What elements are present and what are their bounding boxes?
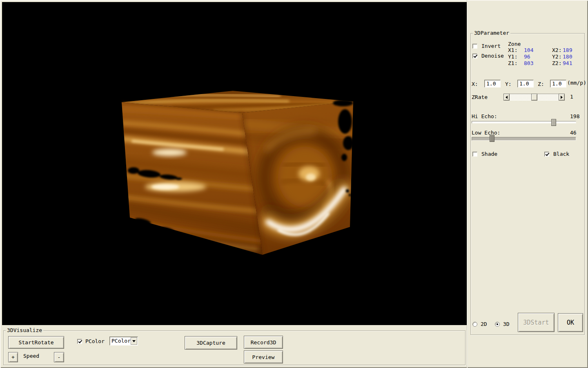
pcolor-select-value: PColor [111, 338, 131, 344]
x-scale-label: X: [472, 81, 478, 87]
pcolor-select-button[interactable] [131, 337, 137, 345]
zone-x1-label: X1: [508, 47, 517, 53]
invert-checkbox[interactable] [472, 44, 477, 49]
speed-plus-button[interactable]: + [8, 352, 18, 362]
3d-viewport[interactable] [2, 2, 467, 325]
mode-3d-radio[interactable] [495, 322, 500, 327]
zrate-scrollbar[interactable] [503, 94, 565, 101]
chevron-down-icon [132, 340, 136, 344]
shade-checkbox[interactable] [472, 152, 477, 157]
y-scale-input[interactable] [517, 80, 534, 88]
pcolor-select[interactable]: PColor [109, 337, 138, 346]
hi-echo-label: Hi Echo: [472, 114, 497, 119]
low-echo-thumb[interactable] [490, 135, 494, 142]
volume-render [2, 2, 467, 325]
zrate-label: ZRate [472, 94, 488, 100]
shade-label: Shade [481, 151, 497, 157]
speed-label: Speed [23, 353, 39, 359]
3dcapture-button[interactable]: 3DCapture [185, 336, 237, 350]
zone-z2-value: 941 [563, 61, 572, 66]
zone-z2-label: Z2: [552, 61, 561, 66]
zone-x1-value: 104 [524, 47, 533, 53]
zrate-thumb[interactable] [531, 94, 537, 101]
zone-title: Zone [508, 41, 521, 47]
zone-y2-value: 180 [563, 54, 572, 60]
zrate-left-button[interactable] [503, 94, 510, 101]
speed-minus-button[interactable]: - [54, 352, 64, 362]
black-label: Black [553, 151, 569, 157]
z-scale-input[interactable] [550, 80, 566, 88]
mode-2d-label: 2D [481, 321, 487, 327]
arrow-right-icon [561, 96, 564, 99]
pcolor-checkbox[interactable] [77, 339, 82, 344]
denoise-checkbox[interactable] [472, 54, 477, 58]
parameter-groupbox-title: 3DParameter [473, 30, 510, 36]
black-checkbox[interactable] [544, 152, 549, 157]
panel-divider-highlight [467, 0, 468, 368]
zone-z1-value: 803 [524, 61, 533, 66]
hi-echo-value: 198 [570, 114, 579, 119]
low-echo-label: Low Echo: [472, 130, 500, 136]
low-echo-track[interactable] [472, 137, 576, 141]
start-rotate-button[interactable]: StartRotate [8, 336, 64, 349]
low-echo-value: 46 [570, 130, 577, 136]
3dstart-button[interactable]: 3DStart [518, 313, 555, 332]
zrate-right-button[interactable] [559, 94, 565, 101]
zone-z1-label: Z1: [508, 61, 517, 66]
zrate-value: 1 [570, 94, 573, 100]
arrow-left-icon [504, 96, 508, 99]
mode-3d-label: 3D [503, 321, 510, 327]
denoise-label: Denoise [481, 53, 504, 59]
zone-y1-label: Y1: [508, 54, 517, 60]
pcolor-label: PColor [85, 339, 105, 344]
x-scale-input[interactable] [484, 80, 501, 88]
zone-y1-value: 96 [524, 54, 530, 60]
hi-echo-thumb[interactable] [551, 119, 556, 126]
mode-2d-radio[interactable] [472, 322, 477, 327]
ok-button[interactable]: OK [558, 313, 583, 332]
parameter-groupbox: 3DParameter [470, 33, 585, 335]
app-window: 3DParameter Invert Denoise Zone X1: 104 … [0, 0, 588, 368]
zone-x2-value: 189 [563, 47, 572, 53]
invert-label: Invert [481, 43, 501, 49]
z-scale-label: Z: [538, 81, 544, 87]
preview-button[interactable]: Preview [244, 350, 283, 364]
scale-unit-label: (mm/p) [567, 80, 586, 86]
zone-x2-label: X2: [552, 47, 561, 53]
y-scale-label: Y: [505, 81, 512, 87]
zone-y2-label: Y2: [552, 54, 561, 60]
hi-echo-track[interactable] [472, 121, 576, 123]
visualize-groupbox-title: 3DVisualize [6, 328, 43, 333]
record3d-button[interactable]: Record3D [244, 336, 283, 349]
